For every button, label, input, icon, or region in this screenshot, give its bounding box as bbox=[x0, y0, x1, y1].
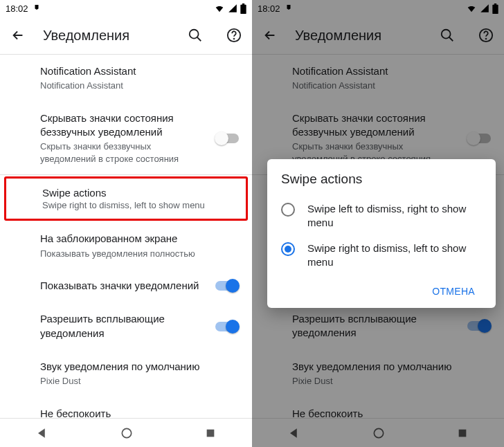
row-title: Не беспокоить bbox=[40, 407, 238, 418]
radio-icon bbox=[281, 242, 295, 256]
row-subtitle: Notification Assistant bbox=[40, 80, 238, 92]
row-show-icons[interactable]: Показывать значки уведомлений bbox=[0, 269, 252, 302]
cancel-button[interactable]: ОТМЕНА bbox=[425, 280, 482, 302]
radio-icon bbox=[281, 203, 295, 217]
battery-icon bbox=[240, 3, 246, 14]
status-bar: 18:02 bbox=[0, 0, 252, 17]
row-notification-assistant[interactable]: Notification Assistant Notification Assi… bbox=[0, 55, 252, 102]
svg-point-2 bbox=[234, 39, 235, 39]
row-subtitle: Показывать уведомления полностью bbox=[40, 248, 238, 260]
row-title: Notification Assistant bbox=[40, 64, 238, 78]
switch-hide-silent[interactable] bbox=[215, 131, 240, 145]
status-time: 18:02 bbox=[6, 3, 28, 14]
svg-point-0 bbox=[190, 30, 199, 39]
divider bbox=[0, 174, 252, 175]
row-subtitle: Pixie Dust bbox=[40, 375, 238, 387]
row-dnd[interactable]: Не беспокоить Отключено bbox=[0, 397, 252, 418]
row-title: Разрешить всплывающие уведомления bbox=[40, 312, 204, 340]
row-title: Показывать значки уведомлений bbox=[40, 279, 204, 293]
svg-point-3 bbox=[122, 428, 131, 437]
nav-bar bbox=[0, 418, 252, 447]
svg-rect-4 bbox=[207, 429, 215, 437]
row-title: На заблокированном экране bbox=[40, 232, 238, 246]
radio-label: Swipe right to dismiss, left to show men… bbox=[307, 241, 482, 270]
settings-list: Notification Assistant Notification Assi… bbox=[0, 55, 252, 418]
radio-option-right-dismiss[interactable]: Swipe right to dismiss, left to show men… bbox=[281, 236, 482, 275]
help-button[interactable] bbox=[226, 27, 242, 44]
row-subtitle: Скрыть значки беззвучных уведомлений в с… bbox=[40, 140, 204, 165]
row-lock-screen[interactable]: На заблокированном экране Показывать уве… bbox=[0, 222, 252, 269]
nav-recent-icon[interactable] bbox=[205, 428, 216, 439]
nav-home-icon[interactable] bbox=[120, 426, 134, 440]
radio-option-left-dismiss[interactable]: Swipe left to dismiss, right to show men… bbox=[281, 197, 482, 236]
row-allow-popups[interactable]: Разрешить всплывающие уведомления bbox=[0, 302, 252, 350]
swipe-actions-dialog: Swipe actions Swipe left to dismiss, rig… bbox=[267, 159, 496, 308]
phone-left: 18:02 Уведомления Notifica bbox=[0, 0, 252, 447]
page-title: Уведомления bbox=[43, 28, 170, 44]
signal-icon bbox=[228, 3, 237, 13]
switch-show-icons[interactable] bbox=[215, 279, 240, 293]
row-default-sound[interactable]: Звук уведомления по умолчанию Pixie Dust bbox=[0, 350, 252, 397]
row-hide-silent-icons[interactable]: Скрывать значки состояния беззвучных уве… bbox=[0, 102, 252, 175]
switch-allow-popups[interactable] bbox=[215, 320, 240, 334]
search-button[interactable] bbox=[187, 27, 204, 44]
radio-label: Swipe left to dismiss, right to show men… bbox=[307, 202, 482, 230]
nav-back-icon[interactable] bbox=[36, 427, 48, 439]
row-title: Swipe actions bbox=[42, 187, 236, 199]
app-bar: Уведомления bbox=[0, 17, 252, 54]
row-swipe-actions-highlighted[interactable]: Swipe actions Swipe right to dismiss, le… bbox=[4, 176, 248, 221]
wifi-icon bbox=[214, 3, 225, 13]
row-title: Звук уведомления по умолчанию bbox=[40, 360, 238, 374]
row-subtitle: Swipe right to dismiss, left to show men… bbox=[42, 200, 236, 210]
back-button[interactable] bbox=[10, 27, 26, 44]
row-title: Скрывать значки состояния беззвучных уве… bbox=[40, 111, 204, 140]
phone-right: 18:02 Уведомления Notifica bbox=[252, 0, 504, 447]
dialog-title: Swipe actions bbox=[281, 172, 482, 187]
notification-icon bbox=[33, 4, 41, 12]
